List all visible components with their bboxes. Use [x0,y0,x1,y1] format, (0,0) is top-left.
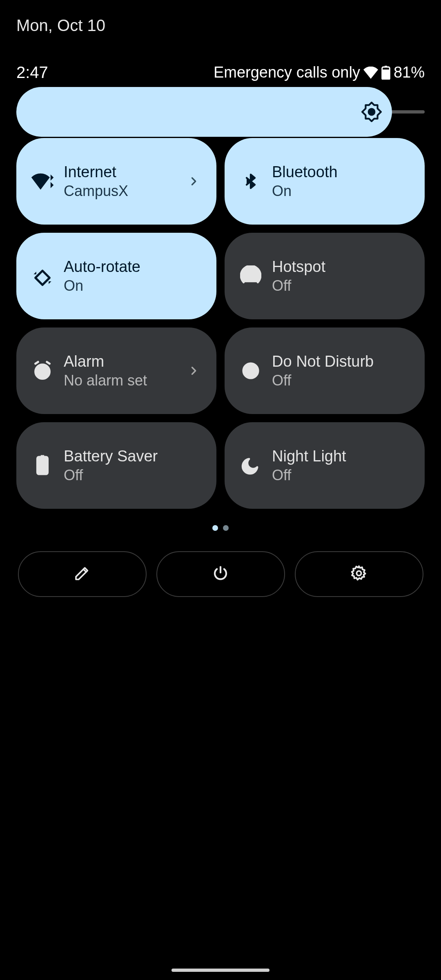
edit-button[interactable] [18,551,147,597]
wifi-icon [31,170,54,193]
gesture-bar[interactable] [172,969,270,972]
qs-tile-title: Do Not Disturb [272,352,410,372]
qs-tile-title: Hotspot [272,257,410,277]
hotspot-icon [239,265,262,287]
qs-tile-text: Auto-rotateOn [64,257,202,295]
qs-tile-subtitle: No alarm set [64,371,176,390]
status-right: Emergency calls only 81% [214,64,425,81]
gear-icon [350,565,368,584]
alarm-icon [31,359,54,382]
footer [16,551,425,597]
qs-tile-battery-saver[interactable]: Battery SaverOff [16,422,216,509]
settings-button[interactable] [295,551,423,597]
power-icon [212,565,229,584]
qs-tile-autorotate[interactable]: Auto-rotateOn [16,233,216,319]
qs-tile-title: Auto-rotate [64,257,202,277]
qs-tile-title: Internet [64,163,176,182]
svg-point-4 [368,108,376,116]
power-button[interactable] [156,551,285,597]
qs-tile-alarm[interactable]: AlarmNo alarm set [16,327,216,414]
status-bar: 2:47 Emergency calls only 81% [16,63,425,82]
svg-point-15 [356,571,361,575]
qs-tile-title: Bluetooth [272,163,410,182]
page-dot[interactable] [212,525,218,531]
battery-icon [31,454,54,477]
qs-tile-dnd[interactable]: Do Not DisturbOff [225,327,425,414]
brightness-slider[interactable] [16,110,425,114]
status-network-text: Emergency calls only [214,64,360,81]
qs-tile-subtitle: Off [272,276,410,295]
svg-marker-6 [51,183,53,187]
page-indicator [16,525,425,531]
qs-tile-text: Battery SaverOff [64,447,202,485]
qs-tile-night-light[interactable]: Night LightOff [225,422,425,509]
battery-icon [381,66,390,80]
qs-tile-text: BluetoothOn [272,163,410,200]
wifi-icon [363,67,378,79]
qs-tile-subtitle: Off [64,466,202,484]
qs-tile-internet[interactable]: InternetCampusX [16,138,216,225]
brightness-icon [361,102,382,122]
qs-tile-text: Do Not DisturbOff [272,352,410,390]
qs-tile-bluetooth[interactable]: BluetoothOn [225,138,425,225]
bluetooth-icon [239,170,262,193]
qs-tile-text: HotspotOff [272,257,410,295]
status-time: 2:47 [16,63,48,82]
qs-tile-text: AlarmNo alarm set [64,352,176,390]
moon-icon [239,454,262,477]
pencil-icon [74,565,90,583]
svg-marker-5 [51,176,53,179]
qs-tile-subtitle: On [64,276,202,295]
qs-tile-title: Alarm [64,352,176,372]
date: Mon, Oct 10 [16,16,425,35]
svg-rect-2 [382,69,390,80]
qs-tile-subtitle: On [272,182,410,200]
qs-tiles: InternetCampusXBluetoothOnAuto-rotateOnH… [16,138,425,509]
qs-tile-subtitle: Off [272,466,410,484]
qs-tile-text: Night LightOff [272,447,410,485]
chevron-right-icon [185,176,202,187]
qs-tile-title: Battery Saver [64,447,202,466]
qs-tile-title: Night Light [272,447,410,466]
qs-tile-hotspot[interactable]: HotspotOff [225,233,425,319]
qs-tile-text: InternetCampusX [64,163,176,200]
qs-tile-subtitle: Off [272,371,410,390]
qs-tile-subtitle: CampusX [64,182,176,200]
brightness-fill [16,87,392,137]
status-battery-text: 81% [394,64,425,81]
chevron-right-icon [185,365,202,376]
rotate-icon [31,265,54,287]
dnd-icon [239,359,262,382]
page-dot[interactable] [223,525,229,531]
